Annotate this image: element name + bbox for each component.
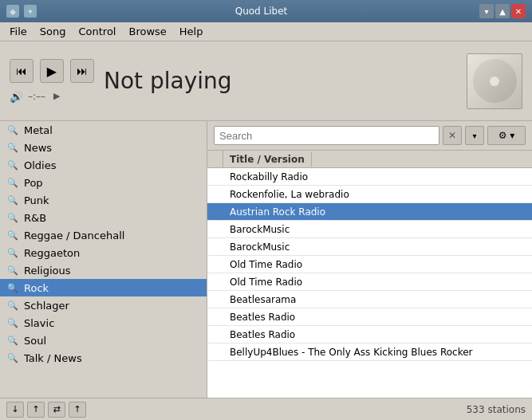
main-content: 🔍 Metal 🔍 News 🔍 Oldies 🔍 Pop 🔍 Punk 🔍 R… (0, 121, 532, 398)
search-icon: 🔍 (6, 176, 19, 189)
next-button[interactable]: ⏭ (70, 59, 94, 83)
app-icon-2: ✦ (24, 5, 37, 18)
sidebar-item-news[interactable]: 🔍 News (0, 139, 207, 156)
table-row[interactable]: Rockenfolie, La webradio (207, 186, 532, 203)
close-button[interactable]: ✕ (511, 4, 526, 18)
statusbar-btn-swap[interactable]: ⇄ (48, 402, 65, 418)
sidebar: 🔍 Metal 🔍 News 🔍 Oldies 🔍 Pop 🔍 Punk 🔍 R… (0, 121, 207, 398)
row-title: BarockMusic (223, 222, 532, 237)
row-title: Rockabilly Radio (223, 170, 532, 184)
sidebar-item-label: Talk / News (24, 352, 82, 364)
menu-file[interactable]: File (3, 24, 33, 39)
search-icon: 🔍 (6, 299, 19, 312)
player-area: ⏮ ▶ ⏭ 🔊 –:–– ▶ Not playing (0, 41, 532, 121)
sidebar-item-label: Schlager (24, 300, 69, 312)
minimize-button[interactable]: ▾ (479, 4, 494, 18)
search-icon: 🔍 (6, 334, 19, 347)
sidebar-item-rnb[interactable]: 🔍 R&B (0, 209, 207, 226)
search-icon: 🔍 (6, 211, 19, 224)
sidebar-item-soul[interactable]: 🔍 Soul (0, 332, 207, 349)
sidebar-item-rock[interactable]: 🔍 Rock (0, 279, 207, 296)
sidebar-item-punk[interactable]: 🔍 Punk (0, 191, 207, 209)
table-row[interactable]: BellyUp4Blues - The Only Ass Kicking Blu… (207, 343, 532, 361)
sidebar-item-label: Reggae / Dancehall (24, 230, 124, 241)
titlebar-controls[interactable]: ▾ ▲ ✕ (479, 4, 526, 18)
table-row[interactable]: Rockabilly Radio (207, 168, 532, 186)
sidebar-item-talk-news[interactable]: 🔍 Talk / News (0, 349, 207, 367)
maximize-button[interactable]: ▲ (495, 4, 510, 18)
time-display: –:–– (28, 91, 45, 102)
sidebar-item-label: News (24, 142, 52, 154)
sidebar-item-label: R&B (24, 212, 46, 224)
search-settings-button[interactable]: ⚙ ▾ (487, 126, 526, 145)
search-icon: 🔍 (6, 159, 19, 171)
album-art-disc (473, 59, 517, 103)
album-art-center (490, 77, 499, 86)
right-panel: ✕ ▾ ⚙ ▾ Title / Version Rockabilly Radio… (207, 121, 532, 398)
sidebar-item-pop[interactable]: 🔍 Pop (0, 174, 207, 191)
search-bar: ✕ ▾ ⚙ ▾ (207, 121, 532, 151)
prev-button[interactable]: ⏮ (10, 59, 33, 83)
player-secondary: 🔊 –:–– ▶ (10, 89, 94, 103)
search-icon: 🔍 (6, 124, 19, 136)
search-icon: 🔍 (6, 141, 19, 154)
table-row-selected[interactable]: Austrian Rock Radio (207, 203, 532, 221)
sidebar-item-slavic[interactable]: 🔍 Slavic (0, 314, 207, 332)
statusbar-btn-top[interactable]: ↑ (69, 402, 86, 418)
search-icon: 🔍 (6, 246, 19, 259)
sidebar-item-label: Oldies (24, 159, 56, 171)
search-icon: 🔍 (6, 351, 19, 364)
sidebar-item-label: Rock (24, 282, 49, 294)
table-row[interactable]: Old Time Radio (207, 273, 532, 291)
menu-help[interactable]: Help (173, 24, 210, 39)
sidebar-item-religious[interactable]: 🔍 Religious (0, 261, 207, 279)
sidebar-item-label: Punk (24, 194, 49, 206)
row-title: Old Time Radio (223, 275, 532, 289)
sidebar-item-reggae[interactable]: 🔍 Reggae / Dancehall (0, 226, 207, 244)
sidebar-item-metal[interactable]: 🔍 Metal (0, 121, 207, 139)
sidebar-item-schlager[interactable]: 🔍 Schlager (0, 296, 207, 314)
volume-icon: 🔊 (10, 90, 23, 103)
sidebar-item-label: Pop (24, 177, 43, 189)
search-icon: 🔍 (6, 264, 19, 277)
table-row[interactable]: BarockMusic (207, 221, 532, 238)
statusbar-btn-up[interactable]: ↑ (27, 402, 45, 418)
sidebar-item-label: Reggaeton (24, 247, 80, 259)
titlebar: ◆ ✦ Quod Libet ▾ ▲ ✕ (0, 0, 532, 22)
player-controls: ⏮ ▶ ⏭ 🔊 –:–– ▶ (10, 59, 94, 103)
play-button[interactable]: ▶ (40, 59, 64, 83)
statusbar: ↓ ↑ ⇄ ↑ 533 stations (0, 398, 532, 420)
search-clear-button[interactable]: ✕ (443, 126, 462, 145)
row-title: Rockenfolie, La webradio (223, 187, 532, 202)
column-title: Title / Version (223, 152, 312, 167)
window-title: Quod Libet (43, 6, 479, 17)
sidebar-item-label: Religious (24, 265, 71, 277)
table-row[interactable]: Beatlesarama (207, 291, 532, 308)
row-title: BellyUp4Blues - The Only Ass Kicking Blu… (223, 345, 532, 359)
table-row[interactable]: Beatles Radio (207, 326, 532, 343)
table-row[interactable]: Old Time Radio (207, 256, 532, 273)
search-dropdown-button[interactable]: ▾ (465, 126, 484, 145)
sidebar-item-oldies[interactable]: 🔍 Oldies (0, 156, 207, 174)
search-icon: 🔍 (6, 229, 19, 241)
row-title: Austrian Rock Radio (223, 205, 532, 219)
menu-song[interactable]: Song (33, 24, 73, 39)
statusbar-buttons: ↓ ↑ ⇄ ↑ (6, 402, 86, 418)
search-icon: 🔍 (6, 194, 19, 206)
menu-control[interactable]: Control (72, 24, 122, 39)
menubar: File Song Control Browse Help (0, 22, 532, 41)
sidebar-item-reggaeton[interactable]: 🔍 Reggaeton (0, 244, 207, 261)
header-check (207, 151, 223, 167)
sidebar-item-label: Slavic (24, 317, 54, 329)
table-row[interactable]: BarockMusic (207, 238, 532, 256)
playback-buttons: ⏮ ▶ ⏭ (10, 59, 94, 83)
titlebar-icons: ◆ ✦ (6, 5, 37, 18)
menu-browse[interactable]: Browse (122, 24, 172, 39)
table-row[interactable]: Beatles Radio (207, 308, 532, 326)
queue-button[interactable]: ▶ (50, 89, 63, 103)
row-title: Beatles Radio (223, 310, 532, 324)
search-input[interactable] (214, 126, 439, 145)
table-container: Title / Version Rockabilly Radio Rockenf… (207, 151, 532, 398)
search-icon: 🔍 (6, 316, 19, 329)
statusbar-btn-down[interactable]: ↓ (6, 402, 24, 418)
